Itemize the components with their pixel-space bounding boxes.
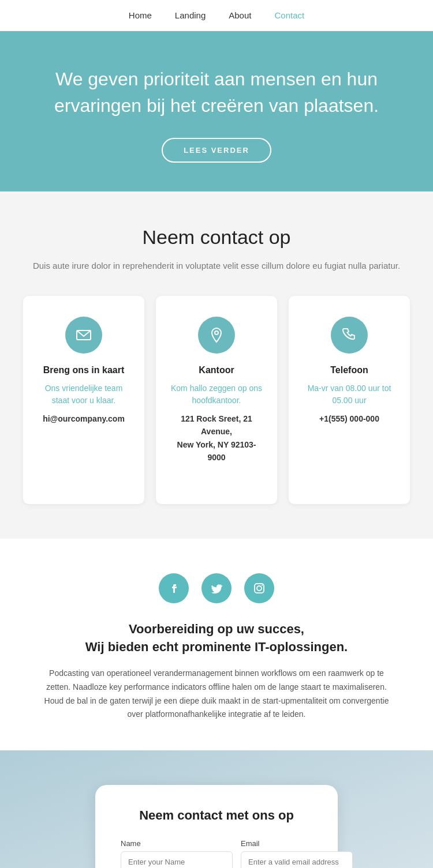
contact-section: Neem contact op Duis aute irure dolor in… <box>0 191 433 539</box>
facebook-icon[interactable] <box>159 573 189 603</box>
card-phone-teal: Ma-vr van 08.00 uur tot 05.00 uur <box>303 382 396 407</box>
form-card: Neem contact met ons op Name Email Messa… <box>95 785 338 868</box>
card-office-teal: Kom hallo zeggen op ons hoofdkantoor. <box>170 382 263 407</box>
nav-contact[interactable]: Contact <box>274 10 304 20</box>
contact-subtitle: Duis aute irure dolor in reprehenderit i… <box>23 259 410 273</box>
navigation: Home Landing About Contact <box>0 0 433 31</box>
twitter-icon[interactable] <box>201 573 232 603</box>
svg-point-4 <box>262 585 263 586</box>
email-label: Email <box>241 839 353 848</box>
card-phone: Telefoon Ma-vr van 08.00 uur tot 05.00 u… <box>289 296 410 505</box>
contact-cards: Breng ons in kaart Ons vriendelijke team… <box>23 296 410 505</box>
phone-icon <box>331 317 368 354</box>
svg-point-3 <box>257 586 262 591</box>
card-phone-title: Telefoon <box>303 365 396 375</box>
card-phone-dark: +1(555) 000-000 <box>303 412 396 425</box>
form-section: Neem contact met ons op Name Email Messa… <box>0 750 433 868</box>
location-icon <box>198 317 235 354</box>
nav-landing[interactable]: Landing <box>175 10 206 20</box>
hero-heading: We geven prioriteit aan mensen en hun er… <box>46 66 387 119</box>
email-group: Email <box>241 839 353 868</box>
name-input[interactable] <box>121 851 233 868</box>
card-email-title: Breng ons in kaart <box>37 365 130 375</box>
card-office-dark: 121 Rock Sreet, 21 Avenue,New York, NY 9… <box>170 412 263 464</box>
card-email: Breng ons in kaart Ons vriendelijke team… <box>23 296 144 505</box>
name-label: Name <box>121 839 233 848</box>
name-group: Name <box>121 839 233 868</box>
instagram-icon[interactable] <box>244 573 274 603</box>
social-icons <box>35 573 398 603</box>
social-body: Podcasting van operationeel verandermana… <box>38 667 395 722</box>
nav-about[interactable]: About <box>229 10 251 20</box>
form-name-email-row: Name Email <box>121 839 312 868</box>
hero-section: We geven prioriteit aan mensen en hun er… <box>0 31 433 191</box>
email-input[interactable] <box>241 851 353 868</box>
card-email-dark: hi@ourcompany.com <box>37 412 130 425</box>
card-office-title: Kantoor <box>170 365 263 375</box>
card-email-teal: Ons vriendelijke team staat voor u klaar… <box>37 382 130 407</box>
card-office: Kantoor Kom hallo zeggen op ons hoofdkan… <box>156 296 277 505</box>
email-icon <box>65 317 102 354</box>
contact-title: Neem contact op <box>23 226 410 249</box>
social-heading: Voorbereiding op uw succes,Wij bieden ec… <box>35 621 398 656</box>
svg-point-1 <box>215 331 218 335</box>
nav-home[interactable]: Home <box>129 10 152 20</box>
form-title: Neem contact met ons op <box>121 808 312 823</box>
hero-button[interactable]: LEES VERDER <box>162 138 271 163</box>
social-section: Voorbereiding op uw succes,Wij bieden ec… <box>0 539 433 750</box>
